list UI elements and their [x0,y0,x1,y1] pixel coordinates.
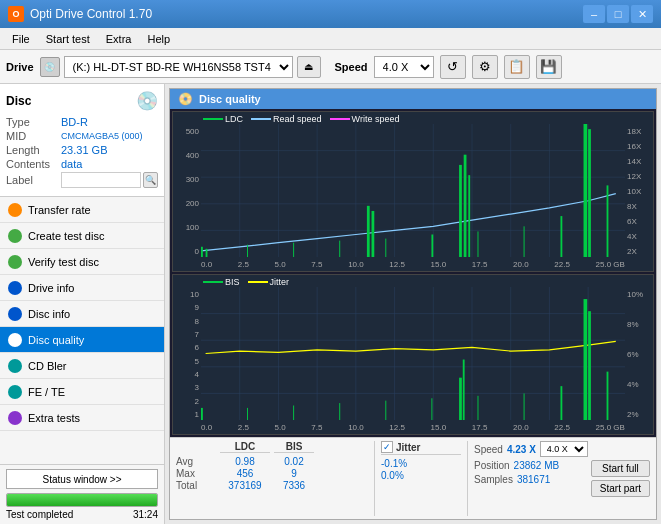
legend-bis: BIS [225,277,240,287]
svg-rect-29 [478,231,479,257]
disc-quality-label: Disc quality [28,334,84,346]
chart1-y-axis-right: 18X16X14X12X10X8X6X4X2X [625,127,653,256]
disc-quality-icon [8,333,22,347]
menu-start-test[interactable]: Start test [38,31,98,47]
status-text: Test completed [6,509,73,520]
save-button[interactable]: 💾 [536,55,562,79]
label-browse-button[interactable]: 🔍 [143,172,158,188]
svg-rect-28 [431,234,433,257]
svg-rect-48 [463,360,465,420]
svg-rect-54 [339,403,340,420]
disc-quality-title: Disc quality [199,93,261,105]
menu-file[interactable]: File [4,31,38,47]
bis-header: BIS [274,441,314,453]
disc-section-label: Disc [6,94,31,108]
disc-quality-panel: 📀 Disc quality LDC Read speed [169,88,657,520]
chart1-x-axis: 0.02.55.07.510.012.515.017.520.022.525.0… [201,260,625,269]
drive-label: Drive [6,61,34,73]
verify-test-disc-icon [8,255,22,269]
chart2-y-axis-left: 10987654321 [173,290,201,419]
chart2-plot [201,287,625,420]
svg-rect-24 [247,245,248,257]
stats-panel: LDC BIS Avg 0.98 0.02 Max 456 9 [170,437,656,519]
avg-row-label: Avg [176,456,216,467]
sidebar-item-disc-info[interactable]: Disc info [0,301,164,327]
create-test-disc-icon [8,229,22,243]
drive-dropdown[interactable]: (K:) HL-DT-ST BD-RE WH16NS58 TST4 [64,56,293,78]
svg-rect-50 [588,311,591,420]
svg-rect-17 [372,211,375,257]
sidebar-item-drive-info[interactable]: Drive info [0,275,164,301]
main-layout: Disc 💿 Type BD-R MID CMCMAGBA5 (000) Len… [0,84,661,524]
maximize-button[interactable]: □ [607,5,629,23]
samples-value: 381671 [517,474,550,485]
disc-quality-header: 📀 Disc quality [170,89,656,109]
max-ldc: 456 [220,468,270,479]
close-button[interactable]: ✕ [631,5,653,23]
type-value: BD-R [61,116,88,128]
sidebar-item-transfer-rate[interactable]: Transfer rate [0,197,164,223]
window-controls: – □ ✕ [583,5,653,23]
transfer-rate-icon [8,203,22,217]
extra-tests-icon [8,411,22,425]
length-label: Length [6,144,61,156]
position-label: Position [474,460,510,471]
chart1-y-axis-left: 5004003002001000 [173,127,201,256]
copy-button[interactable]: 📋 [504,55,530,79]
menu-extra[interactable]: Extra [98,31,140,47]
content-area: 📀 Disc quality LDC Read speed [165,84,661,524]
svg-rect-23 [607,185,609,257]
chart-ldc: LDC Read speed Write speed 5004003002001… [172,111,654,272]
settings-button[interactable]: ⚙ [472,55,498,79]
disc-quality-header-icon: 📀 [178,92,193,106]
total-row-label: Total [176,480,216,491]
svg-rect-19 [464,155,467,257]
max-bis: 9 [274,468,314,479]
avg-ldc: 0.98 [220,456,270,467]
refresh-button[interactable]: ↺ [440,55,466,79]
svg-rect-52 [247,408,248,420]
sidebar-item-create-test-disc[interactable]: Create test disc [0,223,164,249]
chart2-y-axis-right: 10%8%6%4%2% [625,290,653,419]
status-window-button[interactable]: Status window >> [6,469,158,489]
eject-button[interactable]: ⏏ [297,56,321,78]
jitter-header: Jitter [396,442,420,453]
cd-bler-label: CD Bler [28,360,67,372]
svg-rect-20 [468,175,470,257]
contents-value: data [61,158,82,170]
speed-stat-value: 4.23 X [507,444,536,455]
legend-ldc: LDC [225,114,243,124]
drive-info-label: Drive info [28,282,74,294]
mid-value: CMCMAGBA5 (000) [61,131,143,141]
progress-bar-fill [7,494,157,506]
jitter-checkbox[interactable]: ✓ [381,441,393,453]
app-title: Opti Drive Control 1.70 [30,7,152,21]
app-icon: O [8,6,24,22]
svg-rect-57 [478,396,479,420]
sidebar-item-extra-tests[interactable]: Extra tests [0,405,164,431]
extra-tests-label: Extra tests [28,412,80,424]
speed-stat-select[interactable]: 4.0 X [540,441,588,457]
start-part-button[interactable]: Start part [591,480,650,497]
label-label: Label [6,174,61,186]
sidebar-item-cd-bler[interactable]: CD Bler [0,353,164,379]
contents-label: Contents [6,158,61,170]
toolbar: Drive 💿 (K:) HL-DT-ST BD-RE WH16NS58 TST… [0,50,661,84]
svg-rect-16 [367,206,370,257]
speed-dropdown[interactable]: 4.0 X [374,56,434,78]
legend-jitter: Jitter [270,277,290,287]
svg-rect-27 [385,239,386,257]
menu-help[interactable]: Help [139,31,178,47]
sidebar-item-verify-test-disc[interactable]: Verify test disc [0,249,164,275]
sidebar-item-disc-quality[interactable]: Disc quality [0,327,164,353]
disc-panel-icon: 💿 [136,90,158,112]
start-full-button[interactable]: Start full [591,460,650,477]
legend-read-speed: Read speed [273,114,322,124]
minimize-button[interactable]: – [583,5,605,23]
position-value: 23862 MB [514,460,560,471]
max-row-label: Max [176,468,216,479]
label-input[interactable] [61,172,141,188]
svg-rect-55 [385,401,386,420]
sidebar-item-fe-te[interactable]: FE / TE [0,379,164,405]
disc-info-icon [8,307,22,321]
